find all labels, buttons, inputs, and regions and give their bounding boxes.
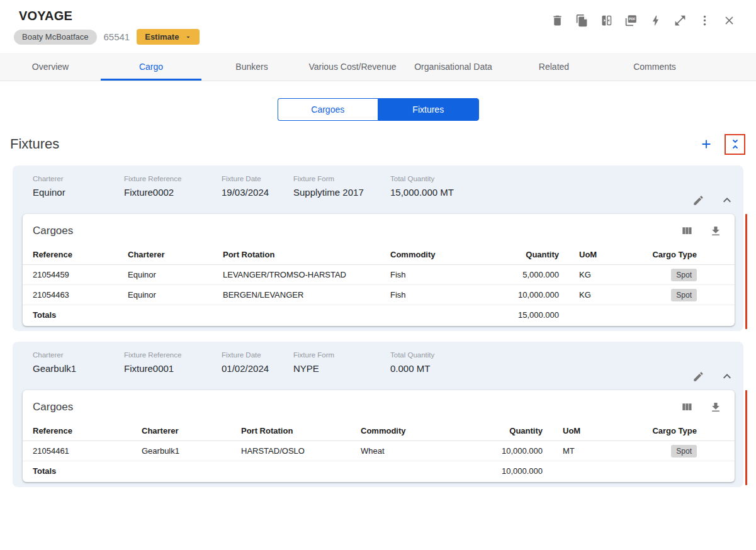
cell-quantity: 5,000.000: [502, 270, 559, 279]
table-header-row: Reference Charterer Port Rotation Commod…: [23, 244, 735, 265]
table-row[interactable]: 21054461 Gearbulk1 HARSTAD/OSLO Wheat 10…: [23, 441, 735, 461]
field-label: Charterer: [33, 175, 124, 182]
cell-uom: KG: [559, 290, 629, 300]
totals-row: Totals 15,000.000: [23, 305, 735, 325]
field-label: Fixture Date: [222, 351, 293, 359]
totals-quantity: 10,000.000: [480, 466, 543, 476]
pdf-icon[interactable]: PDF: [624, 14, 638, 27]
cell-cargo-type: Spot: [629, 289, 725, 301]
edit-fixture-icon[interactable]: [692, 194, 704, 206]
collapse-all-button[interactable]: [725, 134, 745, 155]
download-icon[interactable]: [709, 225, 722, 237]
tab-overview[interactable]: Overview: [0, 53, 101, 81]
svg-text:PDF: PDF: [629, 17, 636, 21]
field-fixture-form: Fixture Form NYPE: [293, 351, 390, 374]
column-header: Charterer: [128, 250, 223, 259]
cell-charterer: Gearbulk1: [142, 446, 241, 456]
column-header: Commodity: [390, 250, 502, 259]
totals-label: Totals: [33, 466, 142, 476]
field-fixture-date: Fixture Date 01/02/2024: [222, 351, 293, 374]
column-header: Port Rotation: [241, 426, 361, 435]
window-header: VOYAGE Boaty McBoatface 65541 Estimate: [0, 0, 756, 45]
toggle-cargoes-button[interactable]: Cargoes: [278, 98, 378, 121]
delete-icon[interactable]: [551, 14, 564, 27]
cargoes-card: Cargoes Reference Charterer Port Rotatio…: [23, 390, 735, 482]
cargoes-title: Cargoes: [33, 401, 73, 413]
fixtures-section-controls: [696, 133, 745, 155]
window-toolbar: PDF: [551, 14, 736, 27]
field-label: Fixture Form: [293, 175, 390, 182]
tab-various-cost-revenue[interactable]: Various Cost/Revenue: [302, 53, 403, 81]
column-header: Reference: [33, 426, 142, 435]
column-header: Commodity: [361, 426, 480, 435]
cell-port-rotation: LEVANGER/TROMSO-HARSTAD: [223, 270, 390, 279]
view-columns-icon[interactable]: [680, 401, 693, 413]
fixtures-section-header: Fixtures: [0, 121, 756, 155]
cargo-type-badge: Spot: [671, 445, 697, 457]
expand-icon[interactable]: [674, 14, 687, 27]
field-charterer: Charterer Gearbulk1: [33, 351, 124, 374]
cell-quantity: 10,000.000: [480, 446, 543, 456]
column-header: UoM: [543, 426, 614, 435]
column-header: Cargo Type: [614, 426, 725, 435]
cell-port-rotation: BERGEN/LEVANGER: [223, 290, 390, 300]
fixture-highlight-line: [745, 214, 747, 329]
voyage-number: 65541: [104, 31, 130, 42]
column-header: UoM: [559, 250, 629, 259]
table-row[interactable]: 21054459 Equinor LEVANGER/TROMSO-HARSTAD…: [23, 265, 735, 285]
cargoes-toolbar: [680, 401, 722, 413]
tab-related[interactable]: Related: [504, 53, 604, 81]
cell-reference: 21054461: [33, 446, 142, 456]
field-label: Fixture Reference: [124, 175, 222, 182]
cell-charterer: Equinor: [128, 290, 223, 300]
tab-cargo[interactable]: Cargo: [101, 53, 201, 81]
quick-actions-icon[interactable]: [649, 14, 662, 27]
estimate-dropdown-button[interactable]: Estimate: [137, 29, 200, 45]
cell-reference: 21054459: [33, 270, 128, 279]
tab-comments[interactable]: Comments: [604, 53, 705, 81]
unfold-less-icon: [728, 137, 742, 151]
view-columns-icon[interactable]: [680, 225, 693, 237]
download-icon[interactable]: [709, 401, 722, 413]
field-total-quantity: Total Quantity 15,000.000 MT: [390, 175, 454, 198]
cell-quantity: 10,000.000: [502, 290, 559, 300]
cell-commodity: Fish: [390, 290, 502, 300]
totals-label: Totals: [33, 310, 128, 320]
cargoes-card-header: Cargoes: [23, 390, 735, 420]
edit-fixture-icon[interactable]: [692, 371, 704, 383]
more-options-icon[interactable]: [698, 14, 711, 27]
tab-bunkers[interactable]: Bunkers: [201, 53, 302, 81]
close-icon[interactable]: [723, 14, 736, 27]
add-fixture-button[interactable]: [696, 133, 717, 155]
fixture-card: Charterer Gearbulk1 Fixture Reference Fi…: [13, 342, 743, 487]
field-value: 15,000.000 MT: [390, 187, 454, 198]
cargo-type-badge: Spot: [671, 269, 697, 281]
cell-uom: KG: [559, 270, 629, 279]
duplicate-icon[interactable]: [575, 14, 589, 27]
field-total-quantity: Total Quantity 0.000 MT: [390, 351, 434, 374]
fixture-actions: [692, 193, 743, 208]
collapse-fixture-icon[interactable]: [719, 193, 735, 208]
tab-organisational-data[interactable]: Organisational Data: [403, 53, 504, 81]
field-fixture-reference: Fixture Reference Fixture0002: [124, 175, 222, 198]
cargoes-title: Cargoes: [33, 225, 73, 237]
cell-uom: MT: [543, 446, 614, 456]
toggle-fixtures-button[interactable]: Fixtures: [378, 98, 479, 121]
fixture-actions: [692, 369, 743, 384]
column-header: Charterer: [142, 426, 241, 435]
field-fixture-reference: Fixture Reference Fixture0001: [124, 351, 222, 374]
column-header: Quantity: [502, 250, 559, 259]
cargo-type-badge: Spot: [671, 289, 697, 301]
field-value: 19/03/2024: [222, 187, 293, 198]
field-label: Total Quantity: [390, 351, 434, 359]
collapse-fixture-icon[interactable]: [719, 369, 735, 384]
field-value: Equinor: [33, 187, 124, 198]
table-row[interactable]: 21054463 Equinor BERGEN/LEVANGER Fish 10…: [23, 285, 735, 305]
column-header: Quantity: [480, 426, 543, 435]
field-value: Gearbulk1: [33, 363, 124, 374]
cell-port-rotation: HARSTAD/OSLO: [241, 446, 361, 456]
field-charterer: Charterer Equinor: [33, 175, 124, 198]
fixture-highlight-line: [745, 390, 747, 485]
compare-icon[interactable]: [600, 14, 613, 27]
column-header: Reference: [33, 250, 128, 259]
